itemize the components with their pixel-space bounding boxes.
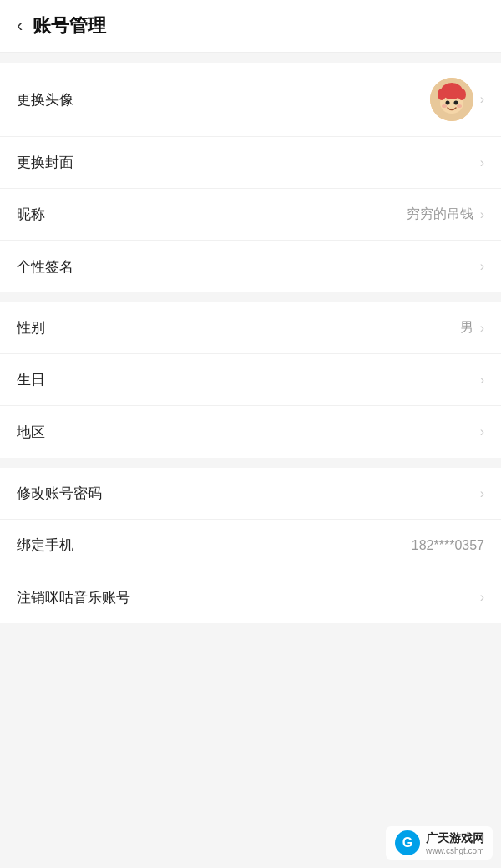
- label-password: 修改账号密码: [17, 484, 102, 503]
- item-phone[interactable]: 绑定手机182****0357: [0, 520, 501, 571]
- chevron-signature-icon: ›: [480, 259, 484, 274]
- svg-point-8: [457, 104, 462, 108]
- label-gender: 性别: [17, 318, 45, 338]
- label-signature: 个性签名: [17, 257, 73, 277]
- chevron-password-icon: ›: [480, 486, 484, 501]
- watermark-url: www.cshgt.com: [426, 846, 484, 855]
- header: ‹ 账号管理: [0, 0, 501, 53]
- chevron-cancel-icon: ›: [480, 590, 484, 605]
- value-gender: 男: [460, 319, 473, 337]
- item-gender[interactable]: 性别男›: [0, 302, 501, 354]
- item-cover[interactable]: 更换封面›: [0, 137, 501, 189]
- watermark-logo: G: [394, 830, 421, 856]
- item-cancel[interactable]: 注销咪咕音乐账号›: [0, 571, 501, 623]
- svg-point-5: [445, 101, 449, 105]
- item-signature[interactable]: 个性签名›: [0, 241, 501, 292]
- item-password[interactable]: 修改账号密码›: [0, 468, 501, 520]
- label-cover: 更换封面: [17, 153, 73, 172]
- watermark-title: 广天游戏网: [426, 831, 484, 846]
- svg-point-6: [453, 101, 458, 105]
- label-nickname: 昵称: [17, 205, 45, 224]
- label-avatar: 更换头像: [17, 90, 73, 109]
- avatar: [430, 78, 473, 121]
- item-avatar[interactable]: 更换头像: [0, 63, 501, 137]
- label-region: 地区: [17, 423, 45, 442]
- chevron-birthday-icon: ›: [480, 373, 484, 388]
- page-title: 账号管理: [33, 13, 106, 38]
- svg-point-3: [438, 89, 446, 100]
- svg-point-7: [442, 104, 447, 108]
- chevron-region-icon: ›: [480, 424, 484, 439]
- label-birthday: 生日: [17, 370, 45, 389]
- item-region[interactable]: 地区›: [0, 406, 501, 458]
- section-personal: 性别男›生日›地区›: [0, 302, 501, 458]
- svg-point-4: [458, 89, 466, 100]
- item-birthday[interactable]: 生日›: [0, 354, 501, 406]
- chevron-avatar-icon: ›: [480, 92, 484, 107]
- chevron-gender-icon: ›: [480, 321, 484, 336]
- value-nickname: 穷穷的吊钱: [407, 206, 473, 223]
- chevron-cover-icon: ›: [480, 155, 484, 170]
- section-profile-top: 更换头像: [0, 63, 501, 292]
- label-phone: 绑定手机: [17, 536, 73, 555]
- item-nickname[interactable]: 昵称穷穷的吊钱›: [0, 189, 501, 241]
- section-account: 修改账号密码›绑定手机182****0357注销咪咕音乐账号›: [0, 468, 501, 623]
- value-phone: 182****0357: [412, 538, 484, 553]
- watermark: G 广天游戏网 www.cshgt.com: [386, 826, 493, 860]
- label-cancel: 注销咪咕音乐账号: [17, 588, 130, 607]
- chevron-nickname-icon: ›: [480, 207, 484, 222]
- back-button[interactable]: ‹: [17, 17, 23, 35]
- svg-text:G: G: [402, 835, 412, 850]
